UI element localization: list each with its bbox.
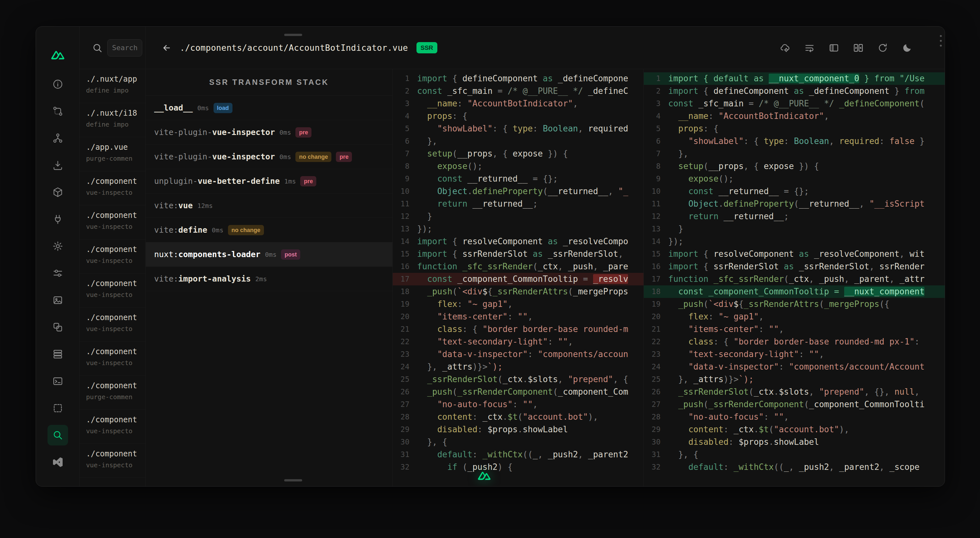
devtools-window: ./.nuxt/appdefine impo./.nuxt/i18define … — [36, 26, 945, 487]
file-list-item[interactable]: ./app.vuepurge-commen — [80, 137, 145, 171]
plugin-badge-load: load — [213, 103, 232, 113]
file-list-item[interactable]: ./componentvue-inspecto — [80, 273, 145, 308]
sidebar-item-components[interactable] — [44, 125, 71, 152]
code-line: 15import { ssrRenderSlot as _ssrRenderSl… — [393, 248, 643, 260]
ssr-badge[interactable]: SSR — [417, 42, 438, 53]
file-list-item[interactable]: ./componentvue-inspecto — [80, 239, 145, 273]
hooks-icon — [48, 236, 68, 257]
line-number: 25 — [393, 373, 417, 386]
file-plugins: vue-inspecto — [86, 325, 143, 333]
code-line: 26 _ssrRenderSlot(_ctx.$slots, "prepend"… — [644, 386, 945, 398]
transform-stack-item[interactable]: vite-plugin-vue-inspector0msno changepre — [146, 145, 392, 169]
sidebar-item-vite-inspect[interactable] — [44, 421, 71, 449]
line-number: 28 — [644, 411, 668, 423]
line-number: 11 — [393, 198, 417, 210]
server-env-icon[interactable] — [780, 42, 791, 53]
line-number: 10 — [393, 185, 417, 198]
resize-handle-top[interactable] — [284, 34, 302, 36]
code-line: 6 }, — [393, 135, 643, 147]
transform-stack-item[interactable]: unplugin-vue-better-define1mspre — [146, 169, 392, 193]
dark-mode-icon[interactable] — [902, 42, 913, 53]
plugin-name: __load__ — [154, 103, 192, 112]
line-number: 7 — [644, 147, 668, 160]
file-list-item[interactable]: ./componentvue-inspecto — [80, 410, 145, 444]
plugin-name: vite-plugin-vue-inspector — [154, 152, 275, 161]
sidebar-item-imports[interactable] — [44, 152, 71, 179]
line-number: 19 — [644, 298, 668, 310]
code-line: 17 const _component_CommonTooltip = _res… — [393, 273, 643, 286]
transform-stack-item[interactable]: vite-plugin-vue-inspector0mspre — [146, 120, 392, 145]
file-list-item[interactable]: ./componentvue-inspecto — [80, 308, 145, 342]
imports-icon — [48, 155, 68, 176]
sidebar-item-terminal[interactable] — [44, 368, 71, 395]
transform-stack-item[interactable]: vite:import-analysis2ms — [146, 267, 392, 291]
resize-handle-bottom[interactable] — [284, 479, 302, 481]
code-line: 28 content: _ctx.$t("account.bot"), — [393, 411, 643, 423]
nuxt-logo-icon[interactable] — [51, 48, 65, 63]
file-search-input[interactable] — [107, 39, 142, 57]
line-number: 10 — [644, 185, 668, 198]
code-line: 3const _sfc_main = /* @__PURE__ */ _defi… — [644, 97, 945, 110]
line-number: 11 — [644, 198, 668, 210]
transform-stack-item[interactable]: vite:vue12ms — [146, 193, 392, 218]
line-number: 31 — [393, 449, 417, 461]
assets-icon — [48, 290, 68, 310]
code-line: 27 _push(_ssrRenderComponent(_component_… — [644, 398, 945, 411]
line-number: 16 — [644, 260, 668, 273]
sidebar-item-app-config[interactable] — [44, 260, 71, 287]
file-path: ./component — [86, 245, 143, 254]
modules-icon — [48, 182, 68, 203]
code-line: 12 return __returned__; — [644, 210, 945, 223]
sidebar-item-modules[interactable] — [44, 179, 71, 206]
back-button[interactable] — [162, 43, 176, 53]
file-list-item[interactable]: ./componentvue-inspecto — [80, 342, 145, 376]
line-number: 15 — [644, 248, 668, 260]
file-plugins: define impo — [86, 121, 143, 128]
file-plugins: define impo — [86, 86, 143, 94]
line-number: 2 — [393, 85, 417, 97]
code-line: 13}); — [393, 223, 643, 235]
file-list-item[interactable]: ./componentvue-inspecto — [80, 171, 145, 205]
transform-stack-item[interactable]: vite:define0msno change — [146, 218, 392, 242]
line-number: 6 — [393, 135, 417, 147]
code-line: 29 content: _ctx.$t("account.bot"), — [644, 423, 945, 436]
transform-stack-item[interactable]: __load__0msload — [146, 96, 392, 120]
sidebar-item-hooks[interactable] — [44, 233, 71, 260]
code-line: 7 setup(__props, { expose }) { — [393, 147, 643, 160]
line-number: 2 — [644, 85, 668, 97]
line-number: 29 — [393, 423, 417, 436]
line-wrap-icon[interactable] — [804, 42, 815, 53]
split-view-icon[interactable] — [853, 42, 864, 53]
file-path: ./.nuxt/i18 — [86, 109, 143, 118]
plugins-icon — [48, 209, 68, 230]
file-list-item[interactable]: ./componentvue-inspecto — [80, 205, 145, 239]
devtools-toggle-button[interactable] — [476, 468, 493, 484]
file-list-item[interactable]: ./.nuxt/appdefine impo — [80, 69, 145, 103]
line-number: 17 — [644, 273, 668, 286]
code-line: 25 }, _attrs)}>`); — [644, 373, 945, 386]
sidebar-item-assets[interactable] — [44, 287, 71, 314]
sidebar-item-virtual-files[interactable] — [44, 395, 71, 421]
refresh-icon[interactable] — [877, 42, 888, 53]
sidebar-item-overview[interactable] — [44, 71, 71, 98]
sidebar-item-plugins[interactable] — [44, 206, 71, 233]
sidebar-item-pages[interactable] — [44, 98, 71, 125]
file-list-item[interactable]: ./componentpurge-commen — [80, 376, 145, 410]
code-line: 22 class: { "border border-base rounded-… — [644, 335, 945, 348]
code-line: 23 "text-secondary-light": "", — [644, 348, 945, 361]
file-list-item[interactable]: ./componentvue-inspecto — [80, 444, 145, 478]
sidebar-item-server-routes[interactable] — [44, 341, 71, 368]
transform-stack-item[interactable]: nuxt:components-loader0mspost — [146, 242, 392, 267]
panel-left-icon[interactable] — [829, 42, 839, 53]
line-number: 21 — [393, 323, 417, 335]
resize-handle-right[interactable] — [940, 35, 942, 46]
code-line: 11 return __returned__; — [393, 198, 643, 210]
line-number: 22 — [644, 335, 668, 348]
sidebar-item-open-graph[interactable] — [44, 314, 71, 341]
terminal-icon — [48, 371, 68, 391]
code-line: 22 "text-secondary-light": "", — [393, 335, 643, 348]
file-list-item[interactable]: ./.nuxt/i18define impo — [80, 103, 145, 137]
code-line: 3 __name: "AccountBotIndicator", — [393, 97, 643, 110]
line-number: 19 — [393, 298, 417, 310]
sidebar-item-vscode[interactable] — [44, 449, 71, 476]
